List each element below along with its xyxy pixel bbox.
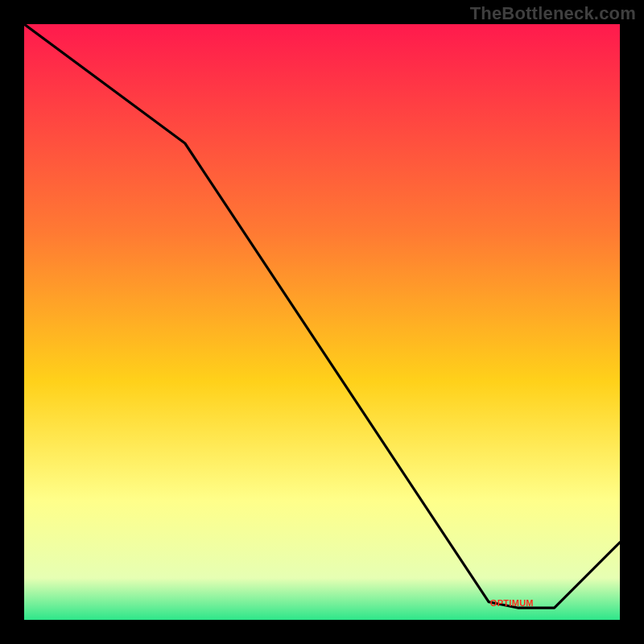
plot-area: OPTIMUM bbox=[24, 24, 620, 620]
watermark-text: TheBottleneck.com bbox=[470, 3, 636, 24]
chart-svg bbox=[24, 24, 620, 620]
optimum-annotation: OPTIMUM bbox=[490, 598, 534, 608]
chart-frame: TheBottleneck.com OPTIMUM bbox=[0, 0, 644, 644]
gradient-background bbox=[24, 24, 620, 620]
